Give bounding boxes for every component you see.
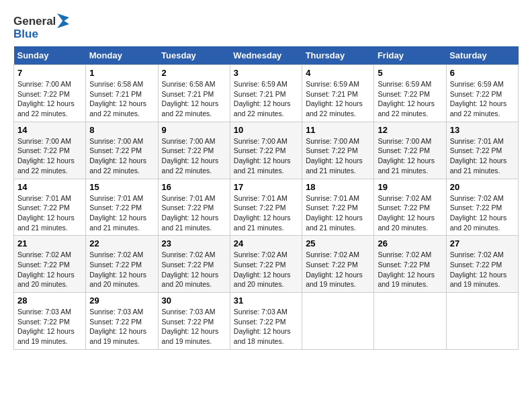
day-info: Sunrise: 7:01 AM Sunset: 7:22 PM Dayligh… [162, 193, 226, 233]
header-saturday: Saturday [446, 46, 518, 65]
day-number: 19 [378, 182, 442, 192]
logo: General Blue [13, 13, 69, 40]
day-number: 9 [162, 125, 226, 135]
day-info: Sunrise: 7:02 AM Sunset: 7:22 PM Dayligh… [89, 250, 154, 289]
calendar-cell: 26Sunrise: 7:02 AM Sunset: 7:22 PM Dayli… [374, 236, 446, 293]
day-info: Sunrise: 7:03 AM Sunset: 7:22 PM Dayligh… [234, 307, 298, 347]
day-info: Sunrise: 7:03 AM Sunset: 7:22 PM Dayligh… [89, 307, 154, 347]
day-number: 26 [378, 238, 442, 248]
day-info: Sunrise: 7:02 AM Sunset: 7:22 PM Dayligh… [378, 250, 442, 289]
day-info: Sunrise: 7:03 AM Sunset: 7:22 PM Dayligh… [162, 307, 226, 347]
calendar-week-row: 28Sunrise: 7:03 AM Sunset: 7:22 PM Dayli… [14, 293, 519, 350]
day-info: Sunrise: 7:01 AM Sunset: 7:22 PM Dayligh… [306, 193, 370, 233]
day-info: Sunrise: 6:58 AM Sunset: 7:21 PM Dayligh… [89, 79, 154, 119]
day-info: Sunrise: 7:01 AM Sunset: 7:22 PM Dayligh… [234, 193, 298, 233]
calendar-cell: 31Sunrise: 7:03 AM Sunset: 7:22 PM Dayli… [230, 293, 302, 350]
day-number: 22 [89, 238, 154, 248]
calendar-cell [446, 293, 518, 350]
day-number: 4 [306, 68, 370, 78]
day-info: Sunrise: 6:59 AM Sunset: 7:21 PM Dayligh… [234, 79, 298, 119]
calendar-cell: 25Sunrise: 7:02 AM Sunset: 7:22 PM Dayli… [302, 236, 374, 293]
day-number: 29 [89, 295, 154, 306]
day-number: 15 [89, 182, 154, 192]
day-info: Sunrise: 6:59 AM Sunset: 7:22 PM Dayligh… [378, 79, 442, 119]
day-number: 14 [17, 125, 82, 135]
day-number: 1 [89, 68, 154, 78]
calendar-cell: 18Sunrise: 7:01 AM Sunset: 7:22 PM Dayli… [302, 179, 374, 236]
calendar-cell: 29Sunrise: 7:03 AM Sunset: 7:22 PM Dayli… [86, 293, 158, 350]
day-number: 12 [378, 125, 442, 135]
day-info: Sunrise: 7:02 AM Sunset: 7:22 PM Dayligh… [162, 250, 226, 289]
header-sunday: Sunday [14, 46, 86, 65]
calendar-cell: 4Sunrise: 6:59 AM Sunset: 7:21 PM Daylig… [302, 65, 374, 122]
calendar-week-row: 21Sunrise: 7:02 AM Sunset: 7:22 PM Dayli… [14, 236, 519, 293]
calendar-cell: 21Sunrise: 7:02 AM Sunset: 7:22 PM Dayli… [14, 236, 86, 293]
svg-marker-1 [57, 20, 69, 28]
day-number: 5 [378, 68, 442, 78]
day-info: Sunrise: 7:01 AM Sunset: 7:22 PM Dayligh… [450, 136, 515, 176]
logo-general: General [13, 15, 56, 27]
calendar-cell: 27Sunrise: 7:02 AM Sunset: 7:22 PM Dayli… [446, 236, 518, 293]
calendar-cell: 12Sunrise: 7:00 AM Sunset: 7:22 PM Dayli… [374, 122, 446, 179]
day-info: Sunrise: 7:02 AM Sunset: 7:22 PM Dayligh… [306, 250, 370, 289]
day-number: 13 [450, 125, 515, 135]
calendar-cell: 6Sunrise: 6:59 AM Sunset: 7:22 PM Daylig… [446, 65, 518, 122]
calendar-cell: 30Sunrise: 7:03 AM Sunset: 7:22 PM Dayli… [158, 293, 230, 350]
day-number: 23 [162, 238, 226, 248]
logo-blue: Blue [13, 28, 38, 40]
logo-bird-icon [57, 13, 69, 28]
calendar-cell: 5Sunrise: 6:59 AM Sunset: 7:22 PM Daylig… [374, 65, 446, 122]
calendar-week-row: 7Sunrise: 7:00 AM Sunset: 7:22 PM Daylig… [14, 65, 519, 122]
header-monday: Monday [86, 46, 158, 65]
day-info: Sunrise: 7:00 AM Sunset: 7:22 PM Dayligh… [234, 136, 298, 176]
calendar-cell [374, 293, 446, 350]
day-number: 14 [17, 182, 82, 192]
calendar-cell: 9Sunrise: 7:00 AM Sunset: 7:22 PM Daylig… [158, 122, 230, 179]
header-friday: Friday [374, 46, 446, 65]
calendar-header-row: SundayMondayTuesdayWednesdayThursdayFrid… [14, 46, 519, 65]
day-info: Sunrise: 7:02 AM Sunset: 7:22 PM Dayligh… [450, 193, 515, 233]
day-number: 11 [306, 125, 370, 135]
logo-wordmark: General Blue [13, 13, 69, 40]
calendar-cell: 20Sunrise: 7:02 AM Sunset: 7:22 PM Dayli… [446, 179, 518, 236]
day-info: Sunrise: 6:58 AM Sunset: 7:21 PM Dayligh… [162, 79, 226, 119]
day-number: 28 [17, 295, 82, 306]
calendar-week-row: 14Sunrise: 7:01 AM Sunset: 7:22 PM Dayli… [14, 179, 519, 236]
calendar-cell: 14Sunrise: 7:01 AM Sunset: 7:22 PM Dayli… [14, 179, 86, 236]
day-number: 16 [162, 182, 226, 192]
calendar-cell: 10Sunrise: 7:00 AM Sunset: 7:22 PM Dayli… [230, 122, 302, 179]
calendar-cell: 22Sunrise: 7:02 AM Sunset: 7:22 PM Dayli… [86, 236, 158, 293]
calendar-cell: 19Sunrise: 7:02 AM Sunset: 7:22 PM Dayli… [374, 179, 446, 236]
day-info: Sunrise: 7:01 AM Sunset: 7:22 PM Dayligh… [89, 193, 154, 233]
day-number: 21 [17, 238, 82, 248]
calendar-cell: 13Sunrise: 7:01 AM Sunset: 7:22 PM Dayli… [446, 122, 518, 179]
day-number: 10 [234, 125, 298, 135]
day-number: 3 [234, 68, 298, 78]
calendar-cell: 23Sunrise: 7:02 AM Sunset: 7:22 PM Dayli… [158, 236, 230, 293]
day-info: Sunrise: 6:59 AM Sunset: 7:22 PM Dayligh… [450, 79, 515, 119]
calendar-cell: 8Sunrise: 7:00 AM Sunset: 7:22 PM Daylig… [86, 122, 158, 179]
calendar-cell [302, 293, 374, 350]
day-info: Sunrise: 7:02 AM Sunset: 7:22 PM Dayligh… [450, 250, 515, 289]
day-number: 24 [234, 238, 298, 248]
day-info: Sunrise: 7:00 AM Sunset: 7:22 PM Dayligh… [162, 136, 226, 176]
header-tuesday: Tuesday [158, 46, 230, 65]
calendar-cell: 14Sunrise: 7:00 AM Sunset: 7:22 PM Dayli… [14, 122, 86, 179]
day-number: 17 [234, 182, 298, 192]
day-number: 7 [17, 68, 82, 78]
calendar-cell: 16Sunrise: 7:01 AM Sunset: 7:22 PM Dayli… [158, 179, 230, 236]
calendar-cell: 2Sunrise: 6:58 AM Sunset: 7:21 PM Daylig… [158, 65, 230, 122]
day-info: Sunrise: 7:00 AM Sunset: 7:22 PM Dayligh… [17, 136, 82, 176]
calendar-cell: 24Sunrise: 7:02 AM Sunset: 7:22 PM Dayli… [230, 236, 302, 293]
day-info: Sunrise: 7:03 AM Sunset: 7:22 PM Dayligh… [17, 307, 82, 347]
day-info: Sunrise: 7:00 AM Sunset: 7:22 PM Dayligh… [89, 136, 154, 176]
calendar-cell: 3Sunrise: 6:59 AM Sunset: 7:21 PM Daylig… [230, 65, 302, 122]
calendar-cell: 1Sunrise: 6:58 AM Sunset: 7:21 PM Daylig… [86, 65, 158, 122]
day-number: 30 [162, 295, 226, 306]
day-info: Sunrise: 7:00 AM Sunset: 7:22 PM Dayligh… [378, 136, 442, 176]
day-info: Sunrise: 7:00 AM Sunset: 7:22 PM Dayligh… [17, 79, 82, 119]
day-number: 18 [306, 182, 370, 192]
calendar-cell: 11Sunrise: 7:00 AM Sunset: 7:22 PM Dayli… [302, 122, 374, 179]
page-header: General Blue [13, 13, 519, 40]
day-number: 25 [306, 238, 370, 248]
